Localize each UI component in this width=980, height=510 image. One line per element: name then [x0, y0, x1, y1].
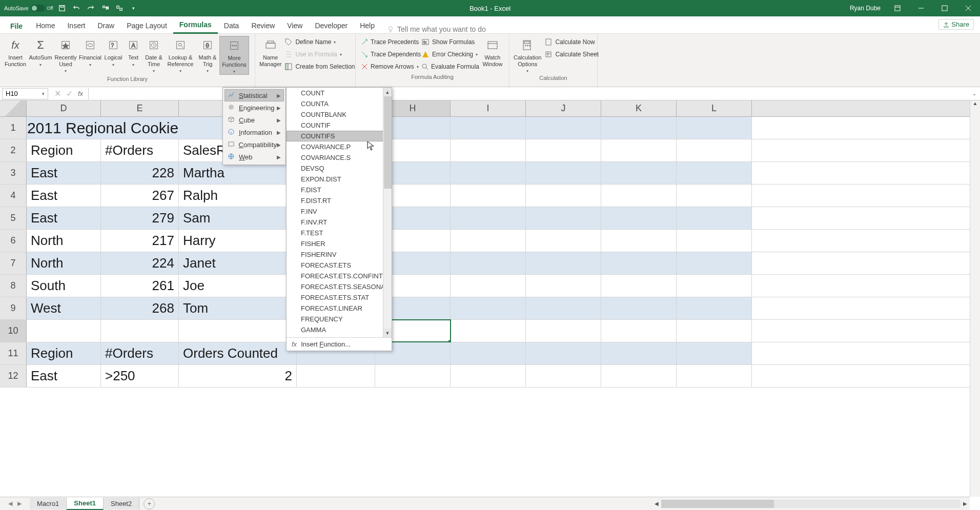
column-header[interactable]: K: [601, 100, 677, 116]
cell[interactable]: [526, 139, 601, 161]
cell[interactable]: [677, 207, 752, 229]
cell[interactable]: [526, 365, 601, 387]
cell[interactable]: [601, 117, 677, 139]
share-button[interactable]: Share: [938, 19, 974, 30]
row-header[interactable]: 4: [0, 185, 27, 207]
row-header[interactable]: 11: [0, 342, 27, 364]
row-header[interactable]: 5: [0, 207, 27, 229]
scroll-up-icon[interactable]: ▲: [383, 88, 392, 96]
function-item[interactable]: FORECAST.ETS: [287, 260, 392, 271]
function-item[interactable]: COUNTIF: [287, 120, 392, 131]
scrollbar[interactable]: ▲ ▼: [383, 88, 392, 337]
cell[interactable]: [601, 185, 677, 207]
cell[interactable]: Harry: [179, 230, 297, 252]
row-header[interactable]: 7: [0, 252, 27, 274]
save-icon[interactable]: [56, 3, 68, 14]
cell[interactable]: [451, 252, 526, 274]
cell[interactable]: East: [27, 207, 101, 229]
expand-formula-bar-icon[interactable]: ⌄: [969, 91, 980, 96]
function-item[interactable]: F.INV: [287, 206, 392, 217]
cell[interactable]: [677, 117, 752, 139]
cell[interactable]: 2011 Regional Cookie: [27, 117, 179, 139]
function-item[interactable]: F.DIST: [287, 185, 392, 195]
cell[interactable]: [677, 320, 752, 342]
cell[interactable]: [526, 117, 601, 139]
cell[interactable]: [451, 297, 526, 319]
financial-button[interactable]: Financial▾: [78, 36, 103, 69]
cell[interactable]: [375, 365, 451, 387]
cell[interactable]: [677, 162, 752, 184]
vertical-scrollbar[interactable]: ▲: [970, 100, 980, 497]
cell[interactable]: #Orders: [101, 139, 179, 161]
cell[interactable]: [27, 320, 101, 342]
user-name[interactable]: Ryan Dube: [850, 5, 881, 12]
cell[interactable]: [601, 230, 677, 252]
tab-data[interactable]: Data: [218, 18, 246, 33]
qat-button[interactable]: %: [99, 3, 111, 14]
cell[interactable]: [451, 342, 526, 364]
cell[interactable]: [526, 297, 601, 319]
function-item[interactable]: COUNTA: [287, 98, 392, 109]
cell[interactable]: South: [27, 275, 101, 297]
cell[interactable]: East: [27, 365, 101, 387]
cell[interactable]: 261: [101, 275, 179, 297]
sheet-tab[interactable]: Sheet2: [104, 498, 139, 509]
add-sheet-button[interactable]: +: [144, 498, 155, 509]
cell[interactable]: [601, 207, 677, 229]
row-header[interactable]: 3: [0, 162, 27, 184]
cell[interactable]: Region: [27, 139, 101, 161]
date-time-button[interactable]: Date & Time▾: [142, 36, 165, 74]
cell[interactable]: Sam: [179, 207, 297, 229]
function-item[interactable]: COVARIANCE.S: [287, 152, 392, 163]
cell[interactable]: [451, 230, 526, 252]
function-item[interactable]: GAMMA: [287, 324, 392, 335]
cell[interactable]: [526, 320, 601, 342]
sheet-tab[interactable]: Sheet1: [67, 497, 104, 510]
cell[interactable]: Ralph: [179, 185, 297, 207]
cell[interactable]: [677, 139, 752, 161]
tell-me-search[interactable]: Tell me what you want to do: [387, 25, 486, 33]
cell[interactable]: Tom: [179, 297, 297, 319]
cell[interactable]: [297, 365, 375, 387]
function-item[interactable]: EXPON.DIST: [287, 174, 392, 185]
trace-precedents-button[interactable]: Trace Precedents: [359, 36, 419, 48]
cell[interactable]: [601, 342, 677, 364]
column-header[interactable]: J: [526, 100, 601, 116]
function-item[interactable]: F.TEST: [287, 228, 392, 238]
cell[interactable]: 2: [179, 365, 297, 387]
formula-input[interactable]: [88, 88, 969, 99]
menu-item-information[interactable]: Information▶: [224, 126, 284, 138]
calculation-options-button[interactable]: Calculation Options▾: [513, 36, 542, 74]
function-item-countifs[interactable]: COUNTIFS: [287, 131, 392, 141]
cell[interactable]: [451, 139, 526, 161]
cell[interactable]: Martha: [179, 162, 297, 184]
cell[interactable]: [526, 185, 601, 207]
autosave-toggle[interactable]: AutoSave Off: [4, 5, 53, 12]
more-functions-button[interactable]: More Functions▾: [219, 36, 249, 75]
error-checking-button[interactable]: Error Checking ▾: [419, 48, 480, 60]
function-item[interactable]: COUNTBLANK: [287, 109, 392, 120]
cell[interactable]: 268: [101, 297, 179, 319]
cell[interactable]: East: [27, 162, 101, 184]
function-item[interactable]: F.INV.RT: [287, 217, 392, 228]
menu-item-statistical[interactable]: Statistical▶: [224, 89, 284, 101]
cell[interactable]: 217: [101, 230, 179, 252]
cell[interactable]: Region: [27, 342, 101, 364]
cell[interactable]: [526, 275, 601, 297]
tab-developer[interactable]: Developer: [309, 18, 354, 33]
function-item[interactable]: FORECAST.ETS.SEASONALITY: [287, 281, 392, 292]
recently-used-button[interactable]: Recently Used▾: [53, 36, 78, 74]
cell[interactable]: [526, 252, 601, 274]
undo-icon[interactable]: [71, 3, 82, 14]
cell[interactable]: [601, 320, 677, 342]
cell[interactable]: [101, 320, 179, 342]
function-item[interactable]: FISHERINV: [287, 249, 392, 260]
tab-help[interactable]: Help: [354, 18, 381, 33]
cell[interactable]: 279: [101, 207, 179, 229]
select-all-corner[interactable]: [0, 100, 27, 116]
autosum-button[interactable]: Σ AutoSum▾: [28, 36, 53, 69]
cell[interactable]: Janet: [179, 252, 297, 274]
maximize-icon[interactable]: [933, 0, 956, 16]
close-icon[interactable]: [956, 0, 980, 16]
cell[interactable]: [451, 162, 526, 184]
